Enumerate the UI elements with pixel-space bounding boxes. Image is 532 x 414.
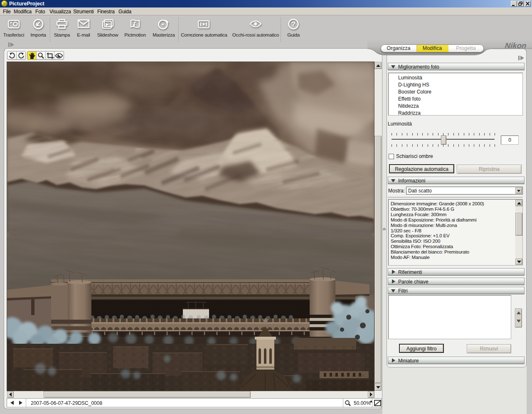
- svg-text:P: P: [3, 2, 6, 6]
- svg-text:?: ?: [291, 21, 296, 28]
